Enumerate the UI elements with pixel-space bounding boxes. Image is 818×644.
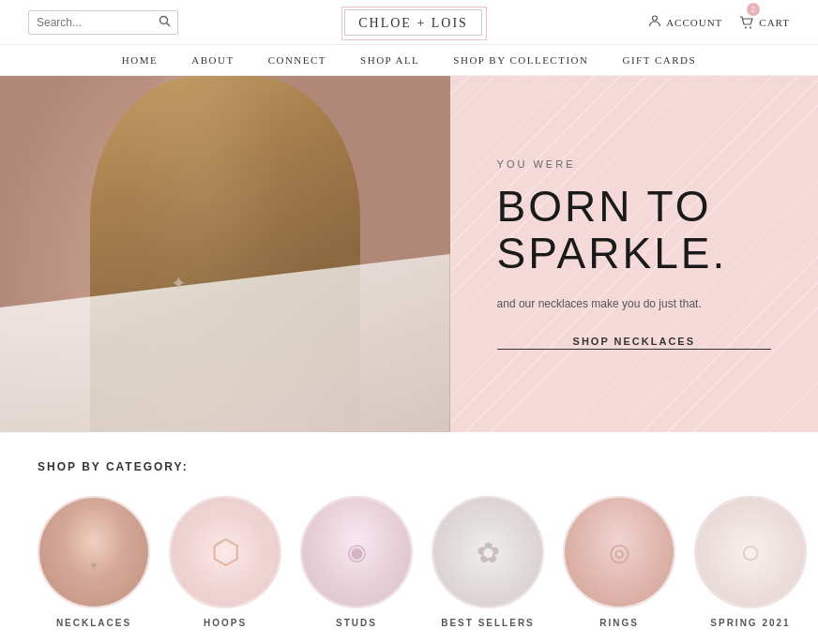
header: CHLOE + LOIS ACCOUNT 2 CART [0, 0, 818, 45]
category-item-rings[interactable]: RINGS [563, 496, 675, 628]
category-label-hoops: HOOPS [204, 618, 247, 628]
svg-point-3 [745, 26, 747, 28]
category-item-necklaces[interactable]: NECKLACES [38, 496, 150, 628]
cart-link[interactable]: 2 CART [739, 16, 790, 29]
hero-description: and our necklaces make you do just that. [497, 294, 771, 313]
cart-badge: 2 [747, 3, 760, 16]
account-icon [648, 14, 661, 31]
svg-line-1 [167, 22, 171, 26]
category-item-studs[interactable]: STUDS [300, 496, 413, 628]
category-section-title: SHOP BY CATEGORY: [38, 460, 780, 473]
hero-title: BORN TO SPARKLE. [497, 183, 771, 277]
hero-section: ✦ YOU WERE BORN TO SPARKLE. and our neck… [0, 76, 818, 432]
search-button[interactable] [159, 15, 171, 30]
search-icon [159, 15, 171, 27]
category-label-best-sellers: BEST SELLERS [441, 618, 535, 628]
logo-area: CHLOE + LOIS [178, 9, 648, 36]
category-image-spring-2021 [696, 498, 805, 607]
search-input[interactable] [37, 16, 159, 29]
category-image-rings [565, 498, 674, 607]
category-label-spring-2021: SPRING 2021 [710, 618, 790, 628]
category-circle-hoops [169, 496, 281, 608]
hero-image-simulation: ✦ [0, 76, 450, 432]
hero-cta-button[interactable]: SHOP NECKLACES [497, 336, 771, 350]
category-item-spring-2021[interactable]: SPRING 2021 [694, 496, 807, 628]
hero-image: ✦ [0, 76, 450, 432]
category-item-hoops[interactable]: HOOPS [169, 496, 281, 628]
category-circle-necklaces [38, 496, 150, 608]
category-image-hoops [171, 498, 280, 607]
cart-icon: 2 [739, 16, 754, 29]
necklace-decoration: ✦ [171, 272, 187, 294]
category-label-studs: STUDS [336, 618, 377, 628]
category-grid: NECKLACES HOOPS STUDS BEST SELLERS RINGS [38, 496, 780, 628]
account-label: ACCOUNT [666, 17, 722, 28]
svg-point-2 [653, 16, 658, 21]
hero-title-line2: SPARKLE. [497, 229, 728, 277]
category-item-best-sellers[interactable]: BEST SELLERS [432, 496, 544, 628]
hero-subtitle: YOU WERE [497, 158, 771, 170]
category-section: SHOP BY CATEGORY: NECKLACES HOOPS STUDS … [0, 432, 818, 644]
category-image-studs [302, 498, 411, 607]
category-circle-rings [563, 496, 675, 608]
nav-item-shop-all[interactable]: SHOP ALL [360, 54, 419, 66]
category-image-best-sellers [433, 498, 542, 607]
hero-content: YOU WERE BORN TO SPARKLE. and our neckla… [450, 76, 818, 432]
svg-point-0 [160, 16, 168, 23]
logo-text: CHLOE + LOIS [358, 16, 468, 30]
nav-item-shop-by-collection[interactable]: SHOP BY COLLECTION [453, 54, 588, 66]
category-image-necklaces [39, 498, 148, 607]
nav-item-gift-cards[interactable]: GIFT CARDS [622, 54, 696, 66]
svg-point-4 [750, 26, 751, 28]
search-container[interactable] [28, 10, 178, 35]
header-right: ACCOUNT 2 CART [648, 14, 790, 31]
hero-title-line1: BORN TO [497, 182, 712, 231]
logo-box[interactable]: CHLOE + LOIS [344, 9, 482, 36]
navigation: HOME ABOUT CONNECT SHOP ALL SHOP BY COLL… [0, 45, 818, 76]
category-circle-studs [300, 496, 413, 608]
nav-item-home[interactable]: HOME [122, 54, 158, 66]
cart-label: CART [759, 17, 790, 28]
nav-item-about[interactable]: ABOUT [191, 54, 234, 66]
category-circle-best-sellers [432, 496, 544, 608]
nav-item-connect[interactable]: CONNECT [268, 54, 326, 66]
category-circle-spring-2021 [694, 496, 807, 608]
account-link[interactable]: ACCOUNT [648, 14, 722, 31]
category-label-rings: RINGS [599, 618, 639, 628]
category-label-necklaces: NECKLACES [56, 618, 131, 628]
